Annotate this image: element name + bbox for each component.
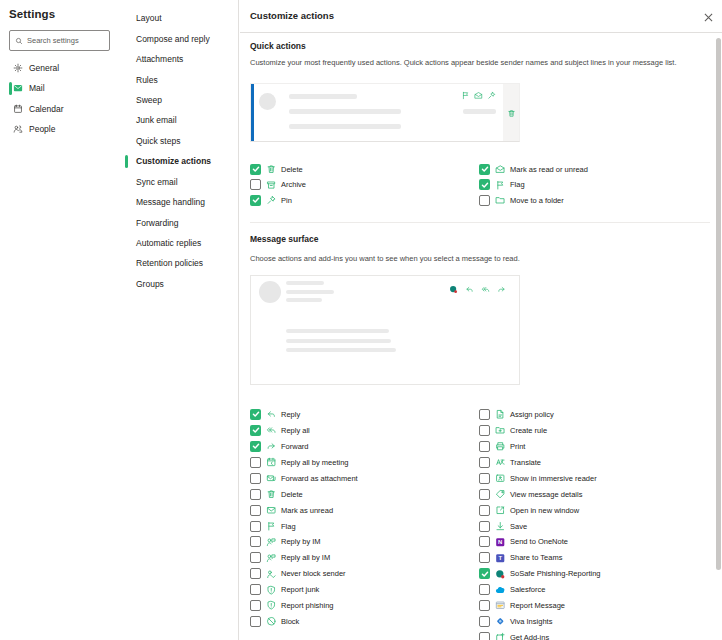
sidebar-item-calendar[interactable]: Calendar — [0, 99, 120, 119]
calendar-reply-icon — [266, 457, 277, 468]
option-flag[interactable]: Flag — [250, 518, 358, 534]
option-viva-insights[interactable]: Viva Insights — [479, 614, 600, 630]
checkbox-translate[interactable] — [479, 457, 490, 468]
sidebar-item-people[interactable]: People — [0, 119, 120, 139]
option-report-junk[interactable]: Report junk — [250, 582, 358, 598]
option-get-add-ins[interactable]: Get Add-ins — [479, 630, 600, 640]
checkbox-forward-as-attachment[interactable] — [250, 473, 261, 484]
option-print[interactable]: Print — [479, 438, 600, 454]
checkbox-salesforce[interactable] — [479, 584, 490, 595]
checkbox-delete[interactable] — [250, 489, 261, 500]
checkbox-show-in-immersive-reader[interactable] — [479, 473, 490, 484]
option-mark-as-unread[interactable]: Mark as unread — [250, 502, 358, 518]
option-sosafe-phishing-reporting[interactable]: SoSafe Phishing-Reporting — [479, 566, 600, 582]
checkbox-view-message-details[interactable] — [479, 489, 490, 500]
option-create-rule[interactable]: Create rule — [479, 422, 600, 438]
option-pin[interactable]: Pin — [250, 193, 306, 209]
option-salesforce[interactable]: Salesforce — [479, 582, 600, 598]
category-item-automatic-replies[interactable]: Automatic replies — [120, 233, 238, 253]
translate-icon — [495, 457, 506, 468]
checkbox-move-to-a-folder[interactable] — [479, 195, 490, 206]
checkbox-create-rule[interactable] — [479, 425, 490, 436]
checkbox-mark-as-read-or-unread[interactable] — [479, 164, 490, 175]
option-delete[interactable]: Delete — [250, 162, 306, 178]
category-item-compose-and-reply[interactable]: Compose and reply — [120, 28, 238, 48]
checkbox-save[interactable] — [479, 521, 490, 532]
category-item-retention-policies[interactable]: Retention policies — [120, 253, 238, 273]
option-delete[interactable]: Delete — [250, 486, 358, 502]
checkbox-forward[interactable] — [250, 441, 261, 452]
checkbox-pin[interactable] — [250, 195, 261, 206]
checkbox-sosafe-phishing-reporting[interactable] — [479, 568, 490, 579]
category-item-rules[interactable]: Rules — [120, 69, 238, 89]
checkbox-open-in-new-window[interactable] — [479, 505, 490, 516]
option-reply-all-by-meeting[interactable]: Reply all by meeting — [250, 454, 358, 470]
checkbox-archive[interactable] — [250, 179, 261, 190]
option-open-in-new-window[interactable]: Open in new window — [479, 502, 600, 518]
option-reply-by-im[interactable]: Reply by IM — [250, 534, 358, 550]
close-button[interactable] — [700, 9, 716, 25]
option-assign-policy[interactable]: Assign policy — [479, 407, 600, 423]
option-view-message-details[interactable]: View message details — [479, 486, 600, 502]
option-report-message[interactable]: Report Message — [479, 598, 600, 614]
option-never-block-sender[interactable]: Never block sender — [250, 566, 358, 582]
category-item-customize-actions[interactable]: Customize actions — [120, 151, 238, 171]
onenote-icon: N — [495, 536, 506, 547]
checkbox-share-to-teams[interactable] — [479, 552, 490, 563]
checkbox-block[interactable] — [250, 616, 261, 627]
checkbox-assign-policy[interactable] — [479, 409, 490, 420]
checkbox-report-message[interactable] — [479, 600, 490, 611]
category-item-forwarding[interactable]: Forwarding — [120, 212, 238, 232]
category-item-layout[interactable]: Layout — [120, 8, 238, 28]
checkbox-reply[interactable] — [250, 409, 261, 420]
category-item-sync-email[interactable]: Sync email — [120, 172, 238, 192]
checkbox-reply-all-by-im[interactable] — [250, 552, 261, 563]
option-translate[interactable]: Translate — [479, 454, 600, 470]
option-show-in-immersive-reader[interactable]: Show in immersive reader — [479, 470, 600, 486]
option-reply-all-by-im[interactable]: Reply all by IM — [250, 550, 358, 566]
category-item-message-handling[interactable]: Message handling — [120, 192, 238, 212]
option-flag[interactable]: Flag — [479, 177, 588, 193]
option-report-phishing[interactable]: Report phishing — [250, 598, 358, 614]
checkbox-print[interactable] — [479, 441, 490, 452]
tag-details-icon — [495, 489, 506, 500]
checkbox-flag[interactable] — [479, 179, 490, 190]
checkbox-report-phishing[interactable] — [250, 600, 261, 611]
checkbox-reply-by-im[interactable] — [250, 536, 261, 547]
checkbox-mark-as-unread[interactable] — [250, 505, 261, 516]
option-block[interactable]: Block — [250, 614, 358, 630]
option-reply[interactable]: Reply — [250, 407, 358, 423]
panel-title: Customize actions — [250, 10, 334, 21]
scrollbar-thumb[interactable] — [716, 38, 721, 570]
option-archive[interactable]: Archive — [250, 177, 306, 193]
option-share-to-teams[interactable]: TShare to Teams — [479, 550, 600, 566]
search-input[interactable] — [27, 36, 105, 45]
category-item-junk-email[interactable]: Junk email — [120, 110, 238, 130]
category-item-sweep[interactable]: Sweep — [120, 90, 238, 110]
option-send-to-onenote[interactable]: NSend to OneNote — [479, 534, 600, 550]
option-move-to-a-folder[interactable]: Move to a folder — [479, 193, 588, 209]
settings-title: Settings — [9, 8, 55, 20]
option-mark-as-read-or-unread[interactable]: Mark as read or unread — [479, 162, 588, 178]
sidebar-item-general[interactable]: General — [0, 58, 120, 78]
option-forward[interactable]: Forward — [250, 438, 358, 454]
checkbox-reply-all[interactable] — [250, 425, 261, 436]
checkbox-flag[interactable] — [250, 521, 261, 532]
category-item-groups[interactable]: Groups — [120, 274, 238, 294]
checkbox-get-add-ins[interactable] — [479, 632, 490, 640]
category-item-quick-steps[interactable]: Quick steps — [120, 131, 238, 151]
settings-search[interactable] — [9, 30, 110, 51]
option-save[interactable]: Save — [479, 518, 600, 534]
checkbox-send-to-onenote[interactable] — [479, 536, 490, 547]
option-reply-all[interactable]: Reply all — [250, 422, 358, 438]
sidebar-item-mail[interactable]: Mail — [0, 78, 120, 98]
checkbox-reply-all-by-meeting[interactable] — [250, 457, 261, 468]
category-item-label: Customize actions — [136, 156, 211, 166]
checkbox-never-block-sender[interactable] — [250, 568, 261, 579]
checkbox-viva-insights[interactable] — [479, 616, 490, 627]
option-forward-as-attachment[interactable]: Forward as attachment — [250, 470, 358, 486]
customize-actions-panel: Customize actions Quick actions Customiz… — [240, 0, 722, 640]
category-item-attachments[interactable]: Attachments — [120, 49, 238, 69]
checkbox-report-junk[interactable] — [250, 584, 261, 595]
checkbox-delete[interactable] — [250, 164, 261, 175]
